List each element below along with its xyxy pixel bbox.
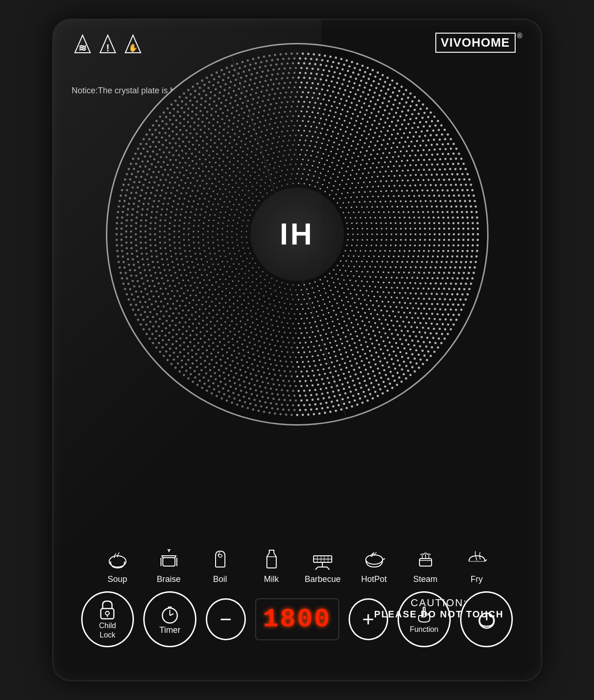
svg-point-1737 [380, 336, 382, 338]
power-button[interactable] [460, 591, 513, 647]
svg-point-854 [273, 329, 274, 331]
svg-point-1787 [165, 253, 167, 255]
svg-point-3160 [125, 231, 127, 233]
svg-point-2613 [145, 192, 147, 194]
svg-point-2119 [191, 137, 193, 139]
svg-point-3395 [244, 65, 246, 68]
svg-point-397 [238, 187, 239, 188]
svg-point-3168 [131, 186, 133, 189]
svg-point-60 [344, 217, 346, 218]
svg-point-2673 [411, 127, 413, 129]
mode-hotpot-button[interactable]: HotPot [349, 545, 400, 584]
svg-point-855 [267, 328, 269, 330]
svg-point-1101 [202, 287, 203, 289]
svg-point-1246 [196, 180, 198, 182]
function-button[interactable]: Function [398, 591, 451, 647]
svg-point-3223 [377, 83, 380, 85]
svg-point-1467 [300, 356, 302, 358]
svg-point-1172 [410, 233, 412, 235]
svg-point-400 [250, 175, 251, 176]
svg-point-1028 [335, 137, 337, 139]
svg-point-2128 [231, 106, 233, 108]
svg-point-2789 [136, 211, 138, 213]
svg-point-3447 [468, 195, 470, 197]
svg-point-3566 [124, 178, 126, 181]
svg-point-3580 [162, 112, 165, 114]
svg-point-3067 [466, 255, 468, 258]
mode-milk-button[interactable]: Milk [246, 545, 297, 584]
svg-point-1939 [160, 252, 162, 254]
svg-point-2991 [171, 123, 174, 126]
svg-point-2462 [230, 97, 232, 99]
svg-point-1565 [413, 195, 415, 197]
svg-point-401 [254, 172, 255, 173]
svg-point-782 [229, 168, 231, 170]
svg-point-3368 [135, 162, 137, 165]
child-lock-button[interactable]: ChildLock [81, 591, 134, 647]
svg-point-3025 [344, 74, 346, 77]
svg-point-705 [365, 177, 367, 179]
mode-steam-button[interactable]: Steam [400, 545, 451, 584]
svg-point-1722 [425, 266, 426, 268]
timer-button[interactable]: Timer [143, 591, 196, 647]
svg-point-2501 [422, 149, 425, 151]
svg-point-1050 [405, 233, 406, 235]
svg-point-3080 [441, 323, 444, 325]
svg-point-2149 [345, 100, 347, 102]
svg-point-3494 [356, 404, 358, 406]
svg-point-2266 [150, 217, 152, 218]
svg-point-1187 [380, 309, 382, 311]
svg-point-2769 [159, 318, 161, 320]
svg-point-3272 [449, 319, 452, 321]
svg-point-1892 [359, 356, 361, 357]
svg-point-2014 [429, 200, 431, 202]
svg-point-21 [292, 284, 294, 286]
svg-point-2448 [171, 147, 174, 149]
svg-point-3481 [418, 367, 420, 369]
svg-point-2920 [311, 399, 314, 401]
plus-button[interactable]: + [349, 598, 388, 640]
svg-point-254 [325, 175, 326, 176]
svg-point-1638 [173, 266, 175, 268]
svg-point-2303 [287, 86, 289, 88]
svg-point-3492 [366, 399, 369, 402]
svg-point-2654 [320, 78, 322, 81]
svg-point-2532 [431, 313, 433, 315]
svg-point-2831 [299, 72, 301, 74]
svg-point-1513 [187, 177, 189, 179]
svg-point-2300 [271, 88, 273, 90]
svg-point-709 [377, 196, 379, 197]
svg-point-230 [231, 236, 232, 238]
soup-label: Soup [107, 574, 127, 584]
svg-point-1754 [292, 366, 294, 368]
svg-point-1078 [310, 341, 312, 343]
svg-point-1759 [264, 362, 266, 364]
svg-point-3421 [384, 81, 386, 83]
svg-point-1796 [167, 203, 169, 205]
svg-point-1190 [368, 321, 370, 323]
svg-point-3241 [447, 153, 449, 155]
svg-point-3247 [460, 184, 462, 186]
mode-braise-button[interactable]: Braise [143, 545, 195, 584]
svg-point-3242 [449, 158, 452, 160]
svg-point-1043 [393, 195, 395, 197]
mode-barbecue-button[interactable]: Barbecue [297, 545, 349, 584]
svg-point-3486 [396, 384, 398, 386]
svg-point-1500 [174, 247, 176, 249]
svg-point-2269 [153, 200, 154, 202]
svg-point-3377 [161, 120, 163, 122]
svg-point-1029 [341, 140, 342, 141]
svg-point-240 [252, 186, 253, 187]
svg-point-1574 [423, 245, 425, 246]
svg-point-3260 [470, 255, 473, 258]
mode-boil-button[interactable]: Boil [195, 545, 246, 584]
svg-point-2085 [178, 312, 180, 314]
mode-fry-button[interactable]: Fry [451, 545, 503, 584]
svg-point-965 [281, 336, 283, 338]
mode-soup-button[interactable]: Soup [92, 545, 143, 584]
svg-point-3468 [460, 308, 462, 311]
minus-button[interactable]: − [206, 598, 245, 640]
svg-point-2731 [342, 388, 345, 390]
svg-point-2247 [175, 317, 177, 319]
svg-point-2715 [417, 340, 419, 343]
